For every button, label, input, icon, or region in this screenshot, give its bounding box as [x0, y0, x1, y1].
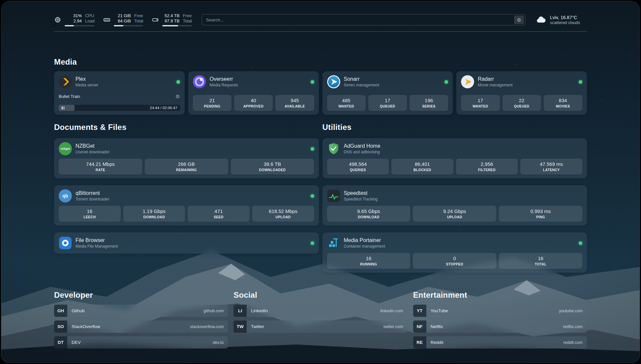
- bookmark-abbr: SO: [54, 320, 67, 333]
- app-name: Radarr: [478, 76, 512, 82]
- bookmark-url: netflix.com: [559, 320, 587, 333]
- sonarr-icon: [327, 75, 340, 88]
- app-name: File Browser: [76, 237, 118, 243]
- ram-total-value: 64 GiB: [114, 18, 131, 24]
- bookmark-github[interactable]: GH Github github.com: [54, 305, 228, 317]
- app-name: Speedtest: [344, 190, 378, 196]
- app-window: 31%CPU 2.94Load 21 GiBFree 64 GiBTotal: [0, 0, 641, 364]
- plex-icon: [59, 75, 72, 88]
- cpu-load-value: 2.94: [65, 18, 82, 24]
- cpu-stat: 31%CPU 2.94Load: [54, 13, 95, 26]
- disk-icon: [152, 16, 159, 23]
- ram-progress-bar: [114, 25, 143, 26]
- plex-card[interactable]: Plex Media server Bullet Train ⚙ 24:44 /…: [54, 71, 185, 115]
- bookmark-abbr: RE: [413, 336, 426, 349]
- bookmark-abbr: NF: [413, 320, 426, 333]
- bookmark-name: Github: [67, 305, 199, 317]
- stat-tile-ping: 0.993 msPING: [499, 206, 582, 222]
- filebrowser-card[interactable]: File Browser Media File Management: [54, 232, 319, 254]
- disk-total-label: Total: [183, 18, 192, 24]
- bookmark-reddit[interactable]: RE Reddit reddit.com: [413, 336, 587, 349]
- nzbget-card[interactable]: nzbget NZBGet Usenet downloader 744.21 M…: [54, 138, 319, 178]
- stat-tile-rate: 744.21 MbpsRATE: [59, 159, 142, 174]
- sonarr-card[interactable]: Sonarr Series management 485WANTED 17QUE…: [322, 71, 453, 115]
- app-name: AdGuard Home: [344, 143, 381, 149]
- stat-tile-queries: 498,564QUERIES: [327, 159, 389, 174]
- developer-section: Developer GH Github github.com SO StackO…: [54, 290, 228, 352]
- stat-tile-remaining: 266 GBREMAINING: [145, 159, 228, 174]
- app-name: NZBGet: [76, 143, 109, 149]
- cloud-icon: [535, 14, 547, 25]
- status-dot: [311, 241, 314, 245]
- cpu-progress-bar: [65, 25, 95, 26]
- cpu-load-label: Load: [85, 18, 95, 24]
- disk-free-value: 52.4 TB: [162, 13, 179, 18]
- media-heading: Media: [54, 57, 587, 67]
- status-dot: [311, 194, 314, 198]
- portainer-card[interactable]: Media Portainer Container management 16R…: [322, 232, 587, 273]
- pause-button[interactable]: [60, 105, 66, 111]
- stat-tile-movies: 834MOVIES: [544, 95, 582, 111]
- ram-total-label: Total: [134, 18, 143, 24]
- bookmark-abbr: DT: [54, 336, 67, 349]
- social-heading: Social: [233, 290, 407, 300]
- bookmark-youtube[interactable]: YT YouTube youtube.com: [413, 305, 587, 317]
- utilities-section: Utilities AdGuard Home: [322, 115, 587, 273]
- status-dot: [444, 80, 448, 84]
- stat-tile-filtered: 2,956FILTERED: [456, 159, 518, 174]
- app-subtitle: Media File Management: [76, 244, 118, 249]
- cpu-icon: [54, 16, 61, 23]
- search-input[interactable]: [206, 17, 514, 22]
- stat-tile-stopped: 0STOPPED: [413, 253, 496, 269]
- weather-widget[interactable]: Lviv, 16.87°C scattered clouds: [535, 14, 587, 25]
- qbittorrent-card[interactable]: qb qBittorrent Torrent downloader 16LEEC…: [54, 185, 319, 226]
- bookmark-twitter[interactable]: TW Twitter twitter.com: [233, 320, 407, 333]
- bookmark-url: twitter.com: [379, 320, 408, 333]
- filebrowser-icon: [59, 236, 72, 250]
- status-dot: [311, 147, 314, 151]
- bookmark-name: Twitter: [247, 320, 379, 333]
- bookmark-name: LinkedIn: [247, 305, 376, 317]
- status-dot: [579, 241, 582, 245]
- search-engine-button[interactable]: G: [514, 15, 524, 24]
- app-subtitle: Speedtest Tracking: [344, 197, 378, 202]
- bookmark-abbr: LI: [233, 305, 247, 317]
- app-subtitle: Usenet downloader: [76, 150, 109, 155]
- stat-tile-queued: 22QUEUED: [503, 95, 541, 111]
- bookmark-stackoverflow[interactable]: SO StackOverflow stackoverflow.com: [54, 320, 228, 333]
- header-divider: [54, 31, 587, 32]
- radarr-card[interactable]: Radarr Movie management 17WANTED 22QUEUE…: [456, 71, 587, 115]
- playback-progress-bar[interactable]: 24:44 / 02:06:47: [59, 105, 180, 111]
- stat-tile-download: 9.65 GbpsDOWNLOAD: [327, 206, 411, 222]
- utilities-heading: Utilities: [322, 123, 587, 132]
- stat-tile-wanted: 485WANTED: [327, 95, 366, 111]
- overseerr-card[interactable]: Overseerr Media Requests 21PENDING 40APP…: [188, 71, 319, 115]
- widget-settings-icon[interactable]: ⚙: [175, 94, 180, 99]
- adguard-card[interactable]: AdGuard Home DNS and adblocking 498,564Q…: [322, 138, 587, 178]
- weather-condition: scattered clouds: [550, 20, 580, 25]
- app-name: Overseerr: [210, 76, 238, 82]
- memory-icon: [103, 16, 110, 23]
- documents-section: Documents & Files nzbget NZBGet Usenet d…: [54, 115, 319, 273]
- speedtest-card[interactable]: Speedtest Speedtest Tracking 9.65 GbpsDO…: [322, 185, 587, 226]
- stat-tile-running: 16RUNNING: [327, 253, 411, 269]
- status-dot: [176, 80, 180, 84]
- bookmark-abbr: TW: [233, 320, 247, 333]
- overseerr-icon: [193, 75, 206, 88]
- app-subtitle: Media Requests: [210, 83, 238, 88]
- status-dot: [311, 80, 314, 84]
- stat-tile-seed: 471SEED: [188, 206, 250, 222]
- stat-tile-total: 16TOTAL: [499, 253, 582, 269]
- bookmark-name: Reddit: [426, 336, 559, 349]
- bookmark-dev[interactable]: DT DEV dev.to: [54, 336, 228, 349]
- ram-free-label: Free: [134, 13, 143, 18]
- bookmark-name: Netflix: [426, 320, 559, 333]
- bookmark-linkedin[interactable]: LI LinkedIn linkedin.com: [233, 305, 407, 317]
- stat-tile-available: 945AVAILABLE: [275, 95, 314, 111]
- app-subtitle: Movie management: [478, 83, 512, 88]
- app-subtitle: DNS and adblocking: [344, 150, 381, 155]
- bookmark-netflix[interactable]: NF Netflix netflix.com: [413, 320, 587, 333]
- documents-heading: Documents & Files: [54, 123, 319, 132]
- app-name: Sonarr: [344, 76, 379, 82]
- disk-total-value: 97.9 TB: [162, 18, 179, 24]
